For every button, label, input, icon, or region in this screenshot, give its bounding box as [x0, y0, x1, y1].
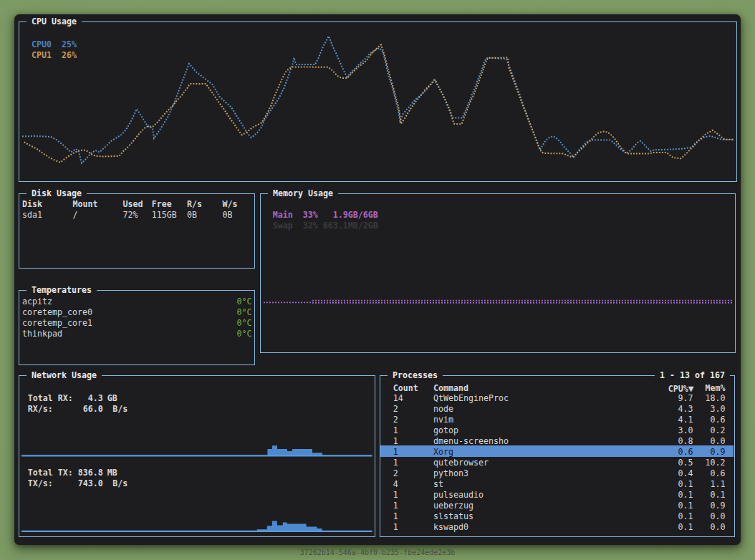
process-cell: kswapd0 — [433, 522, 468, 533]
process-cell: dmenu-screensho — [433, 436, 509, 447]
process-cell: QtWebEngineProc — [433, 393, 509, 404]
memory-main-label: Main — [273, 210, 293, 221]
process-row[interactable]: 1slstatus0.10.0 — [380, 511, 734, 522]
cpu-usage-panel: CPU Usage CPU0 25%CPU1 26% — [19, 21, 737, 182]
process-cell: 0.0 — [711, 522, 726, 533]
process-row[interactable]: 2node4.33.0 — [380, 404, 734, 415]
temperature-sensor-label: coretemp_core1 — [22, 318, 92, 329]
process-header-pc-mem: Mem% — [706, 383, 726, 394]
process-cell: slstatus — [433, 511, 473, 522]
disk-panel-title: Disk Usage — [27, 188, 87, 199]
temps-panel-title: Temperatures — [27, 285, 97, 296]
process-header-pc-count: Count — [393, 383, 418, 394]
disk-header-cell: W/s — [223, 199, 238, 210]
process-row[interactable]: 2python30.40.6 — [380, 468, 734, 479]
process-cell: ueberzug — [433, 501, 473, 511]
temperature-sensor-value: 0°C — [237, 329, 252, 339]
process-row[interactable]: 1kswapd00.10.0 — [380, 522, 734, 533]
process-cell: 0.1 — [678, 479, 693, 490]
process-cell: 0.2 — [711, 425, 726, 436]
process-cell: 0.1 — [678, 511, 693, 522]
process-cell: 0.4 — [678, 468, 693, 479]
process-cell: 1 — [393, 522, 398, 533]
process-row[interactable]: 1pulseaudio0.10.1 — [380, 490, 734, 501]
disk-header-cell: Mount — [73, 199, 98, 210]
network-rx_rate-value: 66.0 — [28, 404, 103, 415]
process-row[interactable]: 14QtWebEngineProc9.718.0 — [380, 393, 734, 404]
process-row[interactable]: 1qutebrowser0.510.2 — [380, 458, 734, 468]
process-cell: pulseaudio — [433, 490, 484, 501]
processes-panel: Processes 1 - 13 of 167 CountCommandCPU%… — [380, 375, 735, 537]
network-rx_total-unit: GB — [107, 393, 117, 404]
process-cell: 1 — [393, 490, 398, 501]
temperature-sensor-value: 0°C — [237, 307, 252, 318]
process-cell: node — [433, 404, 453, 415]
network-panel-title: Network Usage — [27, 370, 102, 381]
disk-cell: / — [73, 210, 78, 221]
process-cell: 0.1 — [678, 522, 693, 533]
memory-usage-panel: Memory Usage Main33%1.9GB/6GBSwap32%663.… — [260, 193, 736, 353]
process-cell: 3.0 — [711, 404, 726, 415]
process-cell: 0.1 — [711, 490, 726, 501]
network-usage-panel: Network Usage Total RX:4.3GBRX/s:66.0B/s… — [19, 375, 375, 537]
memory-swap-percent: 32% — [303, 221, 318, 231]
process-cell: 14 — [393, 393, 403, 404]
process-cell: python3 — [433, 468, 468, 479]
process-cell: 2 — [393, 404, 398, 415]
process-header-pc-cmd: Command — [433, 383, 468, 394]
process-cell: 1 — [393, 436, 398, 447]
cpu-legend-item: CPU0 25% — [32, 39, 77, 50]
memory-swap-label: Swap — [273, 221, 293, 231]
network-rx_total-value: 4.3 — [28, 393, 103, 404]
process-cell: 0.6 — [711, 415, 726, 425]
disk-cell: 72% — [123, 210, 138, 221]
process-row[interactable]: 1ueberzug0.10.9 — [380, 501, 734, 511]
network-tx_total-value: 836.8 — [28, 468, 103, 478]
process-cell: 4.3 — [678, 404, 693, 415]
disk-cell: sda1 — [22, 210, 42, 221]
temperature-sensor-label: coretemp_core0 — [22, 307, 92, 318]
process-row[interactable]: 2nvim4.10.6 — [380, 415, 734, 425]
temperature-sensor-value: 0°C — [237, 318, 252, 329]
process-cell: 0.5 — [678, 458, 693, 468]
process-cell: 9.7 — [678, 393, 693, 404]
disk-cell: 0B — [187, 210, 197, 221]
process-row[interactable]: 1gotop3.00.2 — [380, 425, 734, 436]
process-cell: 0.1 — [678, 490, 693, 501]
process-cell: qutebrowser — [433, 458, 489, 468]
process-cell: 1 — [393, 501, 398, 511]
process-cell: 2 — [393, 415, 398, 425]
process-row[interactable]: 1dmenu-screensho0.80.0 — [380, 436, 734, 447]
process-cell: 0.9 — [711, 447, 726, 458]
process-cell: 4.1 — [678, 415, 693, 425]
process-cell: 10.2 — [706, 458, 726, 468]
memory-main-percent: 33% — [303, 210, 318, 221]
temperatures-panel: Temperatures acpitz0°Ccoretemp_core00°Cc… — [19, 290, 255, 365]
process-cell: 0.6 — [678, 447, 693, 458]
cpu-panel-title: CPU Usage — [27, 16, 82, 27]
process-cell: 18.0 — [706, 393, 726, 404]
watermark-uuid: 37262b14-546a-4bf0-b235-fbe24ede2e3b — [0, 549, 755, 557]
process-cell: Xorg — [433, 447, 453, 458]
process-cell: 3.0 — [678, 425, 693, 436]
network-rx_rate-unit: B/s — [112, 404, 128, 415]
processes-pager: 1 - 13 of 167 — [655, 370, 730, 381]
process-cell: 0.8 — [678, 436, 693, 447]
memory-swap-detail: 663.1MB/2GB — [323, 221, 378, 231]
disk-cell: 0B — [223, 210, 233, 221]
cpu-legend-item: CPU1 26% — [32, 50, 77, 61]
process-cell: 1 — [393, 447, 398, 458]
process-cell: 0.6 — [711, 468, 726, 479]
process-row[interactable]: 1Xorg0.60.9 — [380, 447, 734, 458]
disk-cell: 115GB — [152, 210, 177, 221]
terminal-window[interactable]: CPU Usage CPU0 25%CPU1 26% Disk Usage Di… — [14, 14, 741, 545]
process-row[interactable]: 4st0.11.1 — [380, 479, 734, 490]
network-tx_rate-unit: B/s — [112, 478, 128, 489]
process-cell: 1.1 — [711, 479, 726, 490]
memory-panel-title: Memory Usage — [268, 188, 338, 199]
disk-header-cell: Used — [123, 199, 143, 210]
desktop: CPU Usage CPU0 25%CPU1 26% Disk Usage Di… — [0, 0, 755, 560]
memory-main-detail: 1.9GB/6GB — [333, 210, 378, 221]
disk-header-cell: Disk — [22, 199, 42, 210]
sort-descending-icon: ▼ — [688, 383, 693, 394]
